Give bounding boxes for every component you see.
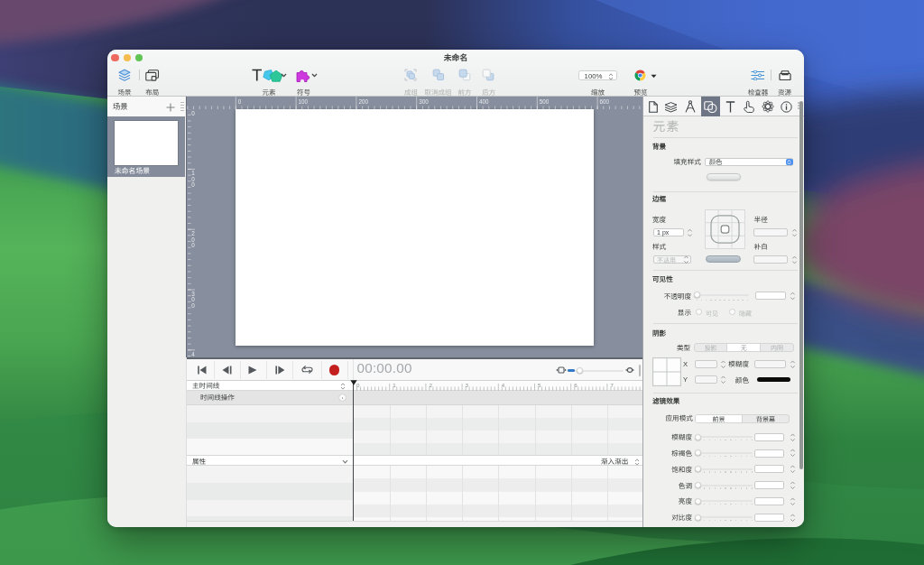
svg-text:0: 0 <box>191 302 195 309</box>
svg-text:0: 0 <box>191 110 195 116</box>
svg-text:1: 1 <box>393 382 396 388</box>
svg-text:0: 0 <box>191 181 195 188</box>
svg-text:200: 200 <box>358 98 368 105</box>
svg-text:500: 500 <box>540 98 550 105</box>
svg-text:7: 7 <box>610 382 614 388</box>
svg-text:600: 600 <box>600 98 610 105</box>
svg-text:0: 0 <box>191 242 195 248</box>
svg-text:3: 3 <box>466 382 469 388</box>
svg-text:300: 300 <box>419 98 429 105</box>
svg-text:6: 6 <box>574 382 578 388</box>
svg-text:4: 4 <box>502 382 505 388</box>
svg-text:400: 400 <box>479 98 489 105</box>
svg-text:100: 100 <box>299 98 309 105</box>
svg-text:2: 2 <box>429 382 432 388</box>
svg-text:0: 0 <box>238 98 242 105</box>
svg-text:5: 5 <box>538 382 541 388</box>
